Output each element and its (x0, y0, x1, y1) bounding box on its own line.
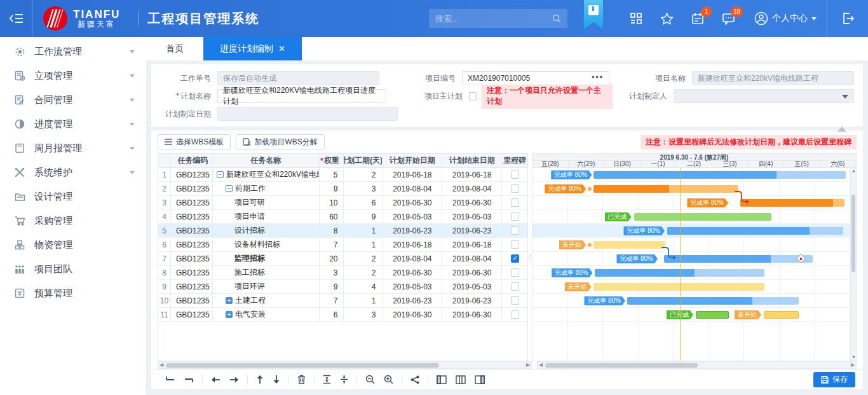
gantt-bar[interactable] (667, 227, 843, 235)
pane-splitter[interactable]: ⋮ (527, 153, 532, 361)
arrow-left-icon[interactable] (211, 376, 220, 384)
tree-expand-icon[interactable]: + (226, 297, 233, 304)
project-no-field[interactable]: XM201907010005 ••• (462, 71, 609, 85)
logout-icon[interactable] (827, 0, 868, 37)
milestone-checkbox[interactable] (511, 198, 519, 207)
milestone-checkbox[interactable] (511, 212, 519, 221)
form-collapse-icon[interactable] (837, 127, 846, 132)
tab-schedule-plan[interactable]: 进度计划编制✕ (203, 37, 302, 60)
col-header-duration[interactable]: 计划工期(天) (344, 154, 383, 167)
panel-right-icon[interactable] (475, 375, 485, 384)
gantt-row[interactable]: 完成率 80% (532, 196, 850, 210)
milestone-checkbox[interactable] (511, 184, 519, 193)
sidebar-item-contract[interactable]: 合同管理 (0, 88, 146, 112)
table-row[interactable]: 5 GBD1235 设计招标 8 1 2019-06-23 2019-06-23 (158, 224, 527, 238)
col-header-start[interactable]: 计划开始日期 (383, 154, 442, 167)
gantt-bar[interactable] (593, 171, 846, 179)
user-menu[interactable]: 个人中心 (754, 11, 817, 25)
scroll-down-icon[interactable]: ▼ (851, 354, 857, 361)
indent-icon[interactable] (184, 375, 194, 384)
gantt-bar[interactable] (764, 311, 799, 319)
zoom-out-icon[interactable] (365, 375, 375, 384)
gantt-bar[interactable] (627, 297, 799, 305)
gantt-bar[interactable] (664, 255, 813, 263)
table-horizontal-scrollbar[interactable]: ◀ ▶ (158, 361, 532, 369)
arrow-up-icon[interactable] (256, 375, 264, 384)
global-search[interactable] (429, 9, 567, 28)
sidebar-collapse-icon[interactable] (0, 0, 33, 37)
gantt-row[interactable]: 完成率 80% (532, 224, 850, 238)
panel-split-icon[interactable] (456, 375, 466, 384)
wbs-template-button[interactable]: 选择WBS模板 (158, 134, 231, 149)
link-icon[interactable] (410, 375, 419, 384)
table-row[interactable]: 2 GBD1235 −前期工作 9 3 2019-08-04 2019-08-0… (158, 182, 527, 196)
gantt-bar[interactable] (595, 269, 764, 277)
milestone-checkbox[interactable] (511, 282, 519, 291)
col-header-end[interactable]: 计划结束日期 (442, 154, 502, 167)
tab-home[interactable]: 首页 (146, 37, 203, 60)
sidebar-item-budget[interactable]: 预算管理 (0, 281, 146, 305)
tree-expand-icon[interactable]: + (226, 311, 233, 318)
gantt-bar[interactable] (740, 199, 844, 207)
gantt-row[interactable]: 已完成 (532, 210, 850, 224)
milestone-checkbox[interactable] (511, 310, 519, 319)
outdent-icon[interactable] (166, 375, 175, 384)
table-row[interactable]: 8 GBD1235 施工招标 3 2 2019-06-30 2019-06-30 (158, 266, 527, 280)
scroll-right-icon[interactable]: ▶ (525, 362, 531, 368)
gantt-horizontal-scrollbar[interactable]: ◀ ▶ (537, 361, 857, 369)
gantt-bar[interactable] (593, 185, 738, 193)
milestone-checkbox[interactable] (511, 226, 519, 235)
tree-collapse-icon[interactable]: − (226, 185, 233, 192)
trash-icon[interactable] (297, 375, 306, 384)
sidebar-item-report[interactable]: 周月报管理 (0, 136, 146, 160)
panel-left-icon[interactable] (437, 375, 447, 384)
scroll-right-icon[interactable]: ▶ (850, 362, 856, 368)
tab-close-icon[interactable]: ✕ (278, 44, 285, 53)
sidebar-item-project[interactable]: 立项管理 (0, 64, 146, 88)
gantt-row[interactable]: 完成率 80% (532, 294, 850, 308)
col-header-weight[interactable]: *权重 (320, 154, 344, 167)
sidebar-item-materials[interactable]: 物资管理 (0, 233, 146, 257)
col-header-code[interactable]: 任务编码 (171, 154, 213, 167)
wbs-load-button[interactable]: 加载项目WBS分解 (236, 134, 324, 149)
plan-name-field[interactable]: 新疆欣旺至众和220KV输电线路工程项目进度计划 (217, 89, 386, 103)
bookmark-icon[interactable] (584, 0, 603, 29)
master-plan-checkbox[interactable] (469, 92, 477, 100)
table-row[interactable]: 3 GBD1235 项目可研 10 6 2019-06-30 2019-06-3… (158, 196, 527, 210)
gantt-bar[interactable] (593, 241, 666, 249)
gantt-bar[interactable] (634, 213, 772, 221)
zoom-in-icon[interactable] (384, 375, 393, 384)
collapse-rows-icon[interactable] (340, 375, 348, 384)
milestone-checkbox[interactable] (511, 296, 519, 305)
scroll-left-icon[interactable]: ◀ (158, 362, 165, 368)
expand-rows-icon[interactable] (323, 375, 331, 384)
table-row[interactable]: 6 GBD1235 设备材料招标 7 1 2019-06-18 2019-06-… (158, 238, 527, 252)
scroll-thumb[interactable] (545, 363, 698, 368)
scroll-thumb[interactable] (851, 195, 855, 272)
search-input[interactable] (435, 14, 552, 24)
col-header-name[interactable]: 任务名称 (213, 154, 320, 167)
gantt-row[interactable]: 未开始 (532, 280, 850, 294)
milestone-checkbox[interactable] (511, 240, 519, 249)
sidebar-item-workflow[interactable]: 工作流管理 (0, 39, 146, 64)
arrow-down-icon[interactable] (273, 375, 280, 384)
star-icon[interactable] (660, 12, 674, 25)
gantt-bar[interactable] (593, 283, 764, 291)
gantt-vertical-scrollbar[interactable]: ▲ ▼ (850, 168, 856, 361)
save-button[interactable]: 保存 (813, 372, 855, 387)
search-icon[interactable] (552, 14, 561, 23)
calendar-icon[interactable]: 1 (691, 12, 704, 25)
chat-icon[interactable]: 18 (722, 12, 735, 25)
gantt-row[interactable]: 未开始 (532, 238, 850, 252)
gantt-row[interactable]: 完成率 80% (532, 252, 850, 266)
gantt-bar[interactable] (696, 311, 729, 319)
scroll-left-icon[interactable]: ◀ (538, 362, 544, 368)
sidebar-item-design[interactable]: 设计管理 (0, 184, 146, 209)
milestone-checkbox[interactable] (511, 170, 519, 179)
sidebar-item-maintenance[interactable]: 系统维护 (0, 160, 146, 184)
table-row[interactable]: 7 GBD1235 监理招标 20 2 2019-08-04 2019-08-0… (158, 252, 527, 266)
gantt-row[interactable]: 已完成未开始 (532, 308, 850, 322)
milestone-checkbox[interactable] (511, 268, 519, 277)
col-header-milestone[interactable]: 里程碑 (502, 154, 527, 167)
arrow-right-icon[interactable] (229, 376, 239, 384)
